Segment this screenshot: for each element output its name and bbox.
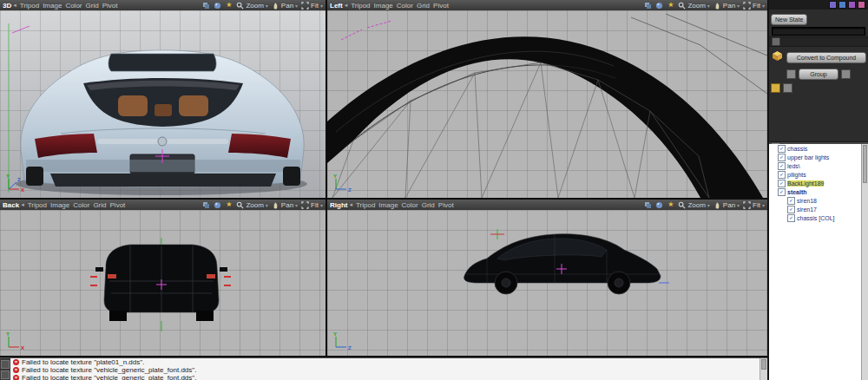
visibility-checkbox[interactable]: ✓ xyxy=(778,171,786,179)
log-scrollbar-thumb[interactable] xyxy=(761,359,766,370)
menu-tripod[interactable]: Tripod xyxy=(356,201,375,209)
menu-image[interactable]: Image xyxy=(378,201,398,209)
tree-item[interactable]: ✓ stealth xyxy=(769,187,868,196)
menu-color[interactable]: Color xyxy=(65,2,82,10)
viewport-right-canvas[interactable]: Y Z xyxy=(327,210,767,356)
tree-item[interactable]: ✓ pllights xyxy=(769,170,868,179)
menu-image[interactable]: Image xyxy=(43,2,62,10)
axis-x-label: X xyxy=(21,187,24,193)
menu-pivot[interactable]: Pivot xyxy=(438,201,454,209)
fit-button[interactable]: Fit ▾ xyxy=(301,201,323,209)
tree-item-selected[interactable]: ✓ BackLight189 xyxy=(769,179,868,187)
shaded-view-icon[interactable] xyxy=(655,201,663,209)
toolbar-icon[interactable] xyxy=(838,1,846,9)
toolbar-icon[interactable] xyxy=(858,1,865,9)
viewport-type-button[interactable]: Left xyxy=(330,2,343,10)
menu-color[interactable]: Color xyxy=(397,2,413,10)
settings-icon[interactable] xyxy=(783,83,792,93)
state-name-field[interactable] xyxy=(772,27,865,36)
tree-item[interactable]: ✓ siren18 xyxy=(769,196,868,205)
visibility-checkbox[interactable]: ✓ xyxy=(787,214,795,222)
pan-button[interactable]: Pan ▾ xyxy=(713,2,740,10)
shaded-view-icon[interactable] xyxy=(214,201,221,209)
toolbar-icon[interactable] xyxy=(829,1,837,9)
pan-button[interactable]: Pan ▾ xyxy=(272,2,298,10)
structure-icon[interactable] xyxy=(772,37,780,46)
visibility-checkbox[interactable]: ✓ xyxy=(778,162,786,170)
log-expand-icon[interactable] xyxy=(1,370,10,379)
fit-button[interactable]: Fit ▾ xyxy=(301,2,323,10)
fit-button[interactable]: Fit ▾ xyxy=(743,201,765,209)
viewport-type-button[interactable]: Right xyxy=(330,201,347,209)
favorites-icon[interactable]: ★ xyxy=(225,201,233,209)
attach-icon[interactable] xyxy=(786,69,796,79)
convert-to-compound-button[interactable]: Convert to Compound xyxy=(786,52,866,63)
menu-pivot[interactable]: Pivot xyxy=(110,201,126,209)
log-message[interactable]: × Failed to locate texture "vehicle_gene… xyxy=(10,374,760,380)
viewport-type-caret-icon[interactable]: ◂ xyxy=(345,2,348,9)
log-gutter xyxy=(0,358,10,380)
menu-pivot[interactable]: Pivot xyxy=(102,2,118,10)
layers-icon[interactable] xyxy=(202,201,210,209)
menu-grid[interactable]: Grid xyxy=(417,2,430,10)
tree-scrollbar[interactable] xyxy=(861,144,868,380)
tree-item[interactable]: ✓ chassis [COL] xyxy=(769,213,868,222)
layers-icon[interactable] xyxy=(644,201,652,209)
tree-item[interactable]: ✓ leds\ xyxy=(769,161,868,170)
detach-icon[interactable] xyxy=(841,69,851,79)
favorites-icon[interactable]: ★ xyxy=(667,2,674,10)
zoom-button[interactable]: Zoom ▾ xyxy=(236,201,267,209)
menu-grid[interactable]: Grid xyxy=(422,201,435,209)
viewport-type-caret-icon[interactable]: ◂ xyxy=(13,2,16,9)
menu-pivot[interactable]: Pivot xyxy=(433,2,449,10)
zoom-button[interactable]: Zoom ▾ xyxy=(678,2,709,10)
menu-image[interactable]: Image xyxy=(50,201,69,209)
menu-grid[interactable]: Grid xyxy=(86,2,99,10)
menu-grid[interactable]: Grid xyxy=(93,201,106,209)
shaded-view-icon[interactable] xyxy=(214,2,221,10)
viewport-back-canvas[interactable]: Y X xyxy=(0,210,326,356)
viewport-type-caret-icon[interactable]: ◂ xyxy=(349,201,352,208)
pan-button[interactable]: Pan ▾ xyxy=(272,201,298,209)
viewport-type-button[interactable]: 3D xyxy=(3,2,11,10)
log-message[interactable]: × Failed to locate texture "plate01_n.dd… xyxy=(10,358,760,366)
favorites-icon[interactable]: ★ xyxy=(667,201,674,209)
menu-tripod[interactable]: Tripod xyxy=(20,2,39,10)
favorites-icon[interactable]: ★ xyxy=(225,2,233,10)
visibility-checkbox[interactable]: ✓ xyxy=(787,197,795,205)
menu-image[interactable]: Image xyxy=(374,2,393,10)
log-scrollbar[interactable] xyxy=(760,358,767,380)
new-state-button[interactable]: New State xyxy=(771,14,807,25)
viewport-3d-canvas[interactable]: Y X Z xyxy=(0,10,326,198)
layers-icon[interactable] xyxy=(202,2,210,10)
tree-item[interactable]: ✓ siren17 xyxy=(769,205,868,213)
log-message-list: × Failed to locate texture "plate01_n.dd… xyxy=(10,358,760,380)
tree-scrollbar-thumb[interactable] xyxy=(863,145,867,183)
layers-icon[interactable] xyxy=(644,2,652,10)
visibility-checkbox[interactable]: ✓ xyxy=(778,154,786,161)
fit-button[interactable]: Fit ▾ xyxy=(743,2,765,10)
visibility-checkbox[interactable]: ✓ xyxy=(778,188,786,196)
viewport-type-caret-icon[interactable]: ◂ xyxy=(21,201,24,208)
viewport-type-button[interactable]: Back xyxy=(3,201,19,209)
compound-cube-icon xyxy=(771,49,784,65)
tree-item[interactable]: ✓ chassis xyxy=(769,144,868,153)
log-message[interactable]: × Failed to locate texture "vehicle_gene… xyxy=(10,366,760,374)
menu-color[interactable]: Color xyxy=(402,201,418,209)
visibility-checkbox[interactable]: ✓ xyxy=(778,180,786,187)
visibility-checkbox[interactable]: ✓ xyxy=(778,145,786,153)
zoom-button[interactable]: Zoom ▾ xyxy=(236,2,267,10)
material-icon[interactable] xyxy=(771,83,780,93)
visibility-checkbox[interactable]: ✓ xyxy=(787,206,795,213)
toolbar-icon[interactable] xyxy=(848,1,856,9)
tree-item[interactable]: ✓ upper bar lights xyxy=(769,153,868,161)
log-filter-icon[interactable] xyxy=(1,360,10,369)
shaded-view-icon[interactable] xyxy=(655,2,663,10)
menu-color[interactable]: Color xyxy=(73,201,89,209)
zoom-button[interactable]: Zoom ▾ xyxy=(678,201,709,209)
menu-tripod[interactable]: Tripod xyxy=(28,201,47,209)
group-button[interactable]: Group xyxy=(799,69,838,80)
pan-button[interactable]: Pan ▾ xyxy=(713,201,740,209)
viewport-left-canvas[interactable]: Y Z xyxy=(327,10,767,198)
menu-tripod[interactable]: Tripod xyxy=(351,2,370,10)
